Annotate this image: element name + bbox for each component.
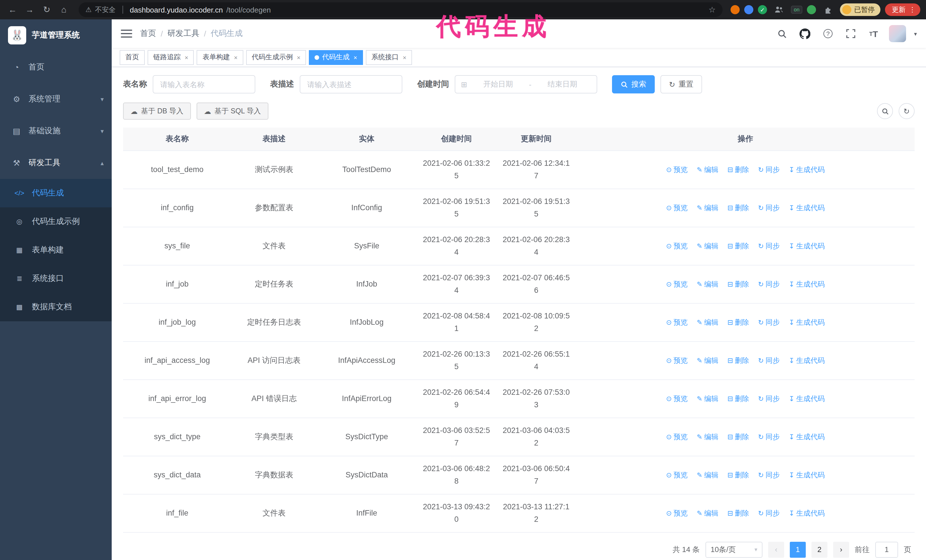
sync-link[interactable]: ↻同步 <box>758 430 780 443</box>
table-name-input[interactable] <box>153 75 255 94</box>
page-button-1[interactable]: 1 <box>790 542 806 557</box>
preview-link[interactable]: ⊙预览 <box>666 163 688 176</box>
import-sql-button[interactable]: ☁ 基于 SQL 导入 <box>197 103 268 120</box>
extension-orange-icon[interactable] <box>731 5 740 14</box>
generate-code-link[interactable]: ↧生成代码 <box>789 240 825 252</box>
delete-link[interactable]: ⊟删除 <box>728 507 749 519</box>
delete-link[interactable]: ⊟删除 <box>728 354 749 367</box>
sidebar-item-codegen[interactable]: </> 代码生成 <box>0 179 112 207</box>
forward-icon[interactable]: → <box>23 3 36 17</box>
close-icon[interactable]: × <box>354 54 357 61</box>
tab-system-api[interactable]: 系统接口 × <box>366 50 412 65</box>
delete-link[interactable]: ⊟删除 <box>728 163 749 176</box>
edit-link[interactable]: ✎编辑 <box>697 392 718 405</box>
security-label[interactable]: 不安全 <box>95 5 116 15</box>
preview-link[interactable]: ⊙预览 <box>666 278 688 290</box>
preview-link[interactable]: ⊙预览 <box>666 354 688 367</box>
edit-link[interactable]: ✎编辑 <box>697 469 718 481</box>
page-size-select[interactable]: 10条/页 ▾ <box>705 542 763 557</box>
edit-link[interactable]: ✎编辑 <box>697 507 718 519</box>
preview-link[interactable]: ⊙预览 <box>666 201 688 214</box>
prev-page-button[interactable]: ‹ <box>768 542 784 557</box>
fullscreen-icon[interactable] <box>843 26 858 41</box>
generate-code-link[interactable]: ↧生成代码 <box>789 316 825 328</box>
puzzle-extensions-icon[interactable] <box>820 2 835 17</box>
sidebar-item-devtools[interactable]: ⚒ 研发工具 ▴ <box>0 147 112 179</box>
delete-link[interactable]: ⊟删除 <box>728 201 749 214</box>
sidebar-item-db-doc[interactable]: ▩ 数据库文档 <box>0 293 112 321</box>
preview-link[interactable]: ⊙预览 <box>666 507 688 519</box>
sidebar-item-system[interactable]: ⚙ 系统管理 ▾ <box>0 83 112 115</box>
github-icon[interactable] <box>798 26 813 41</box>
generate-code-link[interactable]: ↧生成代码 <box>789 392 825 405</box>
generate-code-link[interactable]: ↧生成代码 <box>789 430 825 443</box>
sidebar-item-codegen-example[interactable]: ◎ 代码生成示例 <box>0 207 112 236</box>
generate-code-link[interactable]: ↧生成代码 <box>789 163 825 176</box>
extension-green-check-icon[interactable]: ✓ <box>758 5 767 14</box>
edit-link[interactable]: ✎编辑 <box>697 240 718 252</box>
tab-codegen[interactable]: 代码生成 × <box>309 50 363 65</box>
help-icon[interactable]: ? <box>820 26 835 41</box>
edit-link[interactable]: ✎编辑 <box>697 316 718 328</box>
delete-link[interactable]: ⊟删除 <box>728 430 749 443</box>
sync-link[interactable]: ↻同步 <box>758 240 780 252</box>
back-icon[interactable]: ← <box>6 3 20 17</box>
toggle-search-button[interactable] <box>877 103 893 119</box>
edit-link[interactable]: ✎编辑 <box>697 430 718 443</box>
preview-link[interactable]: ⊙预览 <box>666 240 688 252</box>
sync-link[interactable]: ↻同步 <box>758 278 780 290</box>
delete-link[interactable]: ⊟删除 <box>728 469 749 481</box>
generate-code-link[interactable]: ↧生成代码 <box>789 201 825 214</box>
profiles-icon[interactable] <box>772 2 787 17</box>
sidebar-item-infrastructure[interactable]: ▤ 基础设施 ▾ <box>0 115 112 147</box>
tab-trace[interactable]: 链路追踪 × <box>148 50 194 65</box>
breadcrumb-home[interactable]: 首页 <box>140 29 156 39</box>
refresh-table-button[interactable]: ↻ <box>899 103 915 119</box>
font-size-icon[interactable]: TT <box>866 26 881 41</box>
app-logo[interactable]: 🐰 芋道管理系统 <box>0 20 112 51</box>
address-bar[interactable]: ⚠ 不安全 dashboard.yudao.iocoder.cn /tool/c… <box>79 2 723 17</box>
sync-link[interactable]: ↻同步 <box>758 354 780 367</box>
tab-codegen-example[interactable]: 代码生成示例 × <box>246 50 306 65</box>
update-button[interactable]: 更新 ⋮ <box>885 3 920 16</box>
tab-form-builder[interactable]: 表单构建 × <box>197 50 243 65</box>
preview-link[interactable]: ⊙预览 <box>666 430 688 443</box>
sync-link[interactable]: ↻同步 <box>758 469 780 481</box>
edit-link[interactable]: ✎编辑 <box>697 201 718 214</box>
paused-badge[interactable]: 已暂停 <box>840 3 881 16</box>
preview-link[interactable]: ⊙预览 <box>666 392 688 405</box>
generate-code-link[interactable]: ↧生成代码 <box>789 507 825 519</box>
breadcrumb-section[interactable]: 研发工具 <box>168 29 200 39</box>
url-host[interactable]: dashboard.yudao.iocoder.cn <box>130 5 223 14</box>
edit-link[interactable]: ✎编辑 <box>697 278 718 290</box>
close-icon[interactable]: × <box>234 54 238 61</box>
table-desc-input[interactable] <box>300 75 402 94</box>
extension-blue-drop-icon[interactable] <box>744 5 754 14</box>
delete-link[interactable]: ⊟删除 <box>728 278 749 290</box>
browser-menu-icon[interactable]: ⋮ <box>909 6 916 14</box>
generate-code-link[interactable]: ↧生成代码 <box>789 469 825 481</box>
home-icon[interactable]: ⌂ <box>57 3 71 17</box>
search-button[interactable]: 搜索 <box>612 75 655 94</box>
delete-link[interactable]: ⊟删除 <box>728 316 749 328</box>
sync-link[interactable]: ↻同步 <box>758 507 780 519</box>
url-path[interactable]: /tool/codegen <box>226 5 271 14</box>
edit-link[interactable]: ✎编辑 <box>697 354 718 367</box>
delete-link[interactable]: ⊟删除 <box>728 240 749 252</box>
bookmark-star-icon[interactable]: ☆ <box>709 5 716 14</box>
sidebar-item-form-builder[interactable]: ▦ 表单构建 <box>0 236 112 264</box>
delete-link[interactable]: ⊟删除 <box>728 392 749 405</box>
extension-green-icon[interactable] <box>807 5 816 14</box>
close-icon[interactable]: × <box>185 54 188 61</box>
reload-icon[interactable]: ↻ <box>40 3 54 17</box>
extension-on-badge[interactable]: on <box>791 6 802 14</box>
generate-code-link[interactable]: ↧生成代码 <box>789 278 825 290</box>
sync-link[interactable]: ↻同步 <box>758 163 780 176</box>
sync-link[interactable]: ↻同步 <box>758 316 780 328</box>
sidebar-item-system-api[interactable]: ≣ 系统接口 <box>0 264 112 293</box>
sidebar-item-home[interactable]: ◔ 首页 <box>0 51 112 83</box>
page-button-2[interactable]: 2 <box>811 542 828 557</box>
sync-link[interactable]: ↻同步 <box>758 201 780 214</box>
user-avatar[interactable] <box>889 25 906 42</box>
reset-button[interactable]: ↻ 重置 <box>660 75 702 94</box>
